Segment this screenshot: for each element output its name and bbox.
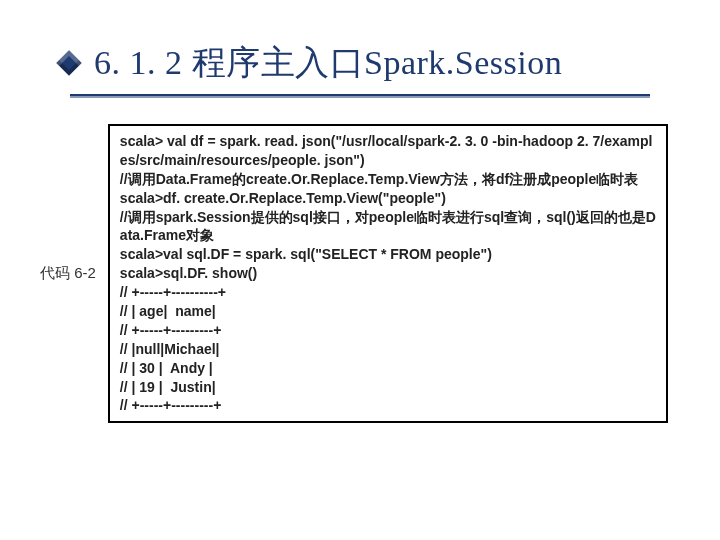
slide-title-row: 6. 1. 2 程序主入口Spark.Session [0, 0, 720, 94]
code-line: // | 30 | Andy | [120, 359, 656, 378]
code-line: scala>df. create.Or.Replace.Temp.View("p… [120, 189, 656, 208]
code-line: //调用Data.Frame的create.Or.Replace.Temp.Vi… [120, 170, 656, 189]
code-line: scala>sql.DF. show() [120, 264, 656, 283]
code-line: // |null|Michael| [120, 340, 656, 359]
code-line: //调用spark.Session提供的sql接口，对people临时表进行sq… [120, 208, 656, 246]
code-line: scala>val sql.DF = spark. sql("SELECT * … [120, 245, 656, 264]
slide-body: 代码 6-2 scala> val df = spark. read. json… [0, 96, 720, 423]
code-line: scala> val df = spark. read. json("/usr/… [120, 132, 656, 170]
code-line: // +-----+----------+ [120, 283, 656, 302]
title-bullet-icon [56, 50, 81, 75]
code-line: // +-----+---------+ [120, 396, 656, 415]
slide-title: 6. 1. 2 程序主入口Spark.Session [94, 40, 562, 86]
code-listing-box: scala> val df = spark. read. json("/usr/… [108, 124, 668, 423]
code-listing-label: 代码 6-2 [40, 124, 96, 283]
code-line: // | 19 | Justin| [120, 378, 656, 397]
code-line: // | age| name| [120, 302, 656, 321]
code-line: // +-----+---------+ [120, 321, 656, 340]
